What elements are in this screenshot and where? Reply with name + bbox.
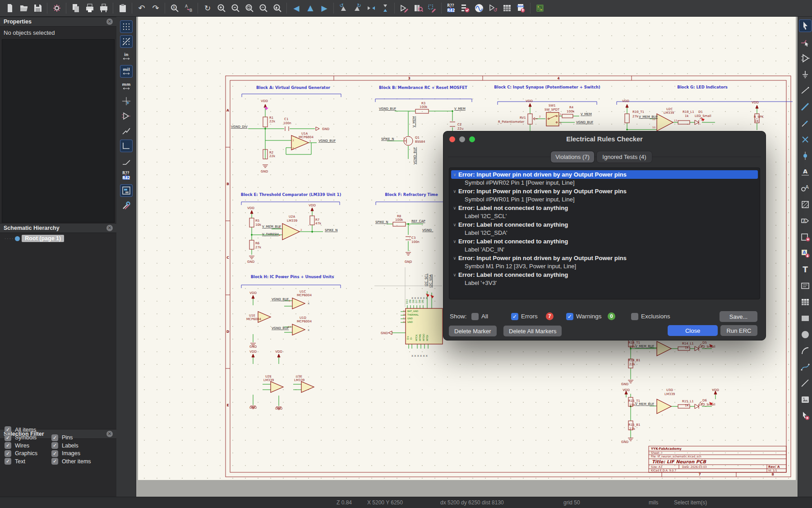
zoom-selection-button[interactable] xyxy=(270,1,284,15)
tab-ignored-tests[interactable]: Ignored Tests (4) xyxy=(597,151,652,163)
bus-entry-button[interactable] xyxy=(799,117,812,130)
chevron-down-icon[interactable]: ∨ xyxy=(451,222,458,227)
checkbox-icon[interactable]: ✓ xyxy=(51,434,58,441)
checkbox-icon[interactable]: ✓ xyxy=(51,450,58,457)
import-sheet-pin-button[interactable]: A xyxy=(799,247,812,260)
violation-row[interactable]: ∨Error: Label not connected to anything xyxy=(451,270,758,279)
open-pcb-button[interactable] xyxy=(533,1,547,15)
nav-forward-button[interactable]: ▶ xyxy=(317,1,331,15)
line-button[interactable] xyxy=(799,377,812,390)
arc-button[interactable] xyxy=(799,345,812,357)
chevron-down-icon[interactable]: ∨ xyxy=(451,189,458,194)
save-button[interactable] xyxy=(31,1,45,15)
checkbox-icon[interactable]: ✓ xyxy=(51,458,58,465)
rectangle-button[interactable] xyxy=(799,312,812,325)
draw-sheet-button[interactable] xyxy=(799,231,812,243)
chevron-down-icon[interactable]: ∨ xyxy=(451,239,458,244)
filter-item-text[interactable]: ✓Text xyxy=(5,458,25,465)
open-project-button[interactable] xyxy=(17,1,31,15)
delete-tool-button[interactable] xyxy=(799,410,812,422)
symbol-fields-table-button[interactable] xyxy=(500,1,514,15)
draw-bus-button[interactable] xyxy=(799,101,812,113)
undo-button[interactable]: ↶ xyxy=(134,1,148,15)
violation-row[interactable]: ∨Error: Input Power pin not driven by an… xyxy=(451,187,758,196)
save-button[interactable]: Save... xyxy=(720,311,757,322)
filter-item-pins[interactable]: ✓Pins xyxy=(51,434,73,441)
45-wires-button[interactable] xyxy=(120,154,133,167)
find-replace-button[interactable]: AB xyxy=(181,1,195,15)
new-file-button[interactable] xyxy=(3,1,17,15)
violation-detail[interactable]: Symbol #PWR01 Pin 1 [Power input, Line] xyxy=(451,196,758,204)
checkbox-icon[interactable]: ✓ xyxy=(5,450,11,457)
directive-label-button[interactable]: A xyxy=(799,182,812,195)
paste-button[interactable] xyxy=(115,1,129,15)
print-button[interactable] xyxy=(83,1,97,15)
properties-panel-button[interactable] xyxy=(120,199,133,212)
checkbox-icon[interactable]: ✓ xyxy=(5,442,11,449)
export-bom-button[interactable]: bom xyxy=(514,1,528,15)
violation-detail[interactable]: Label 'ADC_IN' xyxy=(451,246,758,254)
show-checkbox-all[interactable] xyxy=(471,313,479,320)
circle-button[interactable] xyxy=(799,328,812,341)
filter-item-wires[interactable]: ✓Wires xyxy=(5,442,29,449)
nav-back-button[interactable]: ◀ xyxy=(289,1,303,15)
chevron-down-icon[interactable]: ∨ xyxy=(451,256,458,261)
close-button[interactable]: Close xyxy=(668,325,718,336)
nav-up-button[interactable]: ▲ xyxy=(303,1,317,15)
checkbox-icon[interactable]: ✓ xyxy=(51,442,58,449)
delete-all-markers-button[interactable]: Delete All Markers xyxy=(503,326,562,336)
show-checkbox-warnings[interactable]: ✓ xyxy=(566,313,573,320)
cursor-crosshair-button[interactable] xyxy=(120,95,133,107)
filter-item-symbols[interactable]: ✓Symbols xyxy=(5,434,37,441)
violation-detail[interactable]: Symbol #PWR02 Pin 1 [Power input, Line] xyxy=(451,179,758,187)
hierarchy-navigator-button[interactable] xyxy=(120,184,133,197)
schematic-setup-button[interactable] xyxy=(50,1,64,15)
place-power-button[interactable] xyxy=(799,68,812,81)
hidden-pins-button[interactable] xyxy=(120,110,133,122)
violations-list[interactable]: ∨Error: Input Power pin not driven by an… xyxy=(449,168,760,299)
checkbox-icon[interactable]: ✓ xyxy=(5,458,11,465)
violation-row[interactable]: ∨Error: Label not connected to anything xyxy=(451,237,758,246)
rotate-cw-button[interactable]: ↻ xyxy=(350,1,364,15)
violation-row[interactable]: ∨Error: Input Power pin not driven by an… xyxy=(451,254,758,262)
show-checkbox-errors[interactable]: ✓ xyxy=(511,313,518,320)
hierarchy-item-root[interactable]: ···· Root (page 1) xyxy=(5,235,64,242)
no-connect-button[interactable] xyxy=(799,133,812,146)
units-inches-button[interactable]: in xyxy=(120,50,133,63)
annotate-auto-button[interactable]: R??R42 xyxy=(120,169,133,182)
find-button[interactable]: A xyxy=(167,1,181,15)
close-icon[interactable]: ✕ xyxy=(106,431,113,437)
grid-visibility-button[interactable] xyxy=(120,20,133,33)
violation-row[interactable]: ∨Error: Label not connected to anything xyxy=(451,220,758,229)
page-settings-button[interactable] xyxy=(69,1,83,15)
redo-button[interactable]: ↷ xyxy=(148,1,162,15)
violation-row[interactable]: ∨Error: Input Power pin not driven by an… xyxy=(451,170,758,179)
show-checkbox-exclusions[interactable] xyxy=(631,313,638,320)
edit-fields-button[interactable] xyxy=(425,1,439,15)
close-icon[interactable]: ✕ xyxy=(106,19,113,25)
junction-button[interactable] xyxy=(799,149,812,162)
place-symbol-button[interactable] xyxy=(799,52,812,65)
simulator-button[interactable] xyxy=(472,1,486,15)
chevron-down-icon[interactable]: ∨ xyxy=(451,172,458,177)
checkbox-icon[interactable]: ✓ xyxy=(5,426,11,433)
net-label-button[interactable]: A xyxy=(799,166,812,178)
browse-libraries-button[interactable] xyxy=(411,1,425,15)
update-symbols-button[interactable]: ↺ xyxy=(486,1,500,15)
filter-item-all-items[interactable]: ✓All items xyxy=(5,426,36,433)
refresh-button[interactable]: ↻ xyxy=(200,1,214,15)
zoom-in-button[interactable] xyxy=(214,1,228,15)
bezier-button[interactable] xyxy=(799,361,812,373)
units-mils-button[interactable]: mil xyxy=(120,65,133,78)
units-mm-button[interactable]: mm xyxy=(120,80,133,93)
violation-detail[interactable]: Label 'I2C_SDA' xyxy=(451,229,758,238)
mirror-horizontal-button[interactable] xyxy=(364,1,378,15)
grid-overrides-button[interactable] xyxy=(120,35,133,48)
mirror-vertical-button[interactable] xyxy=(378,1,392,15)
violation-detail[interactable]: Symbol M1 Pin 12 [3V3, Power input, Line… xyxy=(451,262,758,271)
run-erc-button[interactable] xyxy=(458,1,472,15)
plot-button[interactable] xyxy=(97,1,111,15)
filter-item-other-items[interactable]: ✓Other items xyxy=(51,458,91,465)
violation-detail[interactable]: Label 'I2C_SCL' xyxy=(451,212,758,221)
hierarchy-item-label[interactable]: Root (page 1) xyxy=(22,235,64,242)
